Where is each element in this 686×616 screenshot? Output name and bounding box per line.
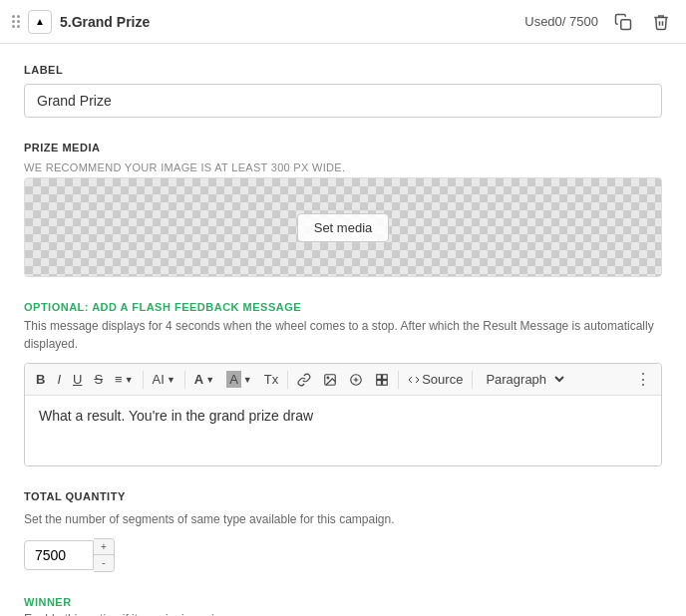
prize-media-title: PRIZE MEDIA [24, 142, 662, 154]
copy-button[interactable] [610, 9, 636, 35]
plugin2-button[interactable] [370, 370, 394, 390]
used-count: Used0/ 7500 [524, 14, 598, 29]
image-button[interactable] [318, 370, 342, 390]
plugin1-button[interactable] [344, 370, 368, 390]
delete-button[interactable] [648, 9, 674, 35]
toolbar-separator-3 [287, 371, 288, 389]
toolbar-separator-5 [472, 371, 473, 389]
strikethrough-button[interactable]: S [89, 369, 108, 390]
media-area: Set media [24, 177, 662, 277]
svg-point-2 [327, 377, 329, 379]
flash-section-title: OPTIONAL: ADD A FLASH FEEDBACK MESSAGE [24, 301, 662, 313]
clear-format-button[interactable]: Tx [259, 369, 283, 390]
svg-rect-8 [377, 380, 382, 385]
label-section: LABEL [24, 64, 662, 118]
prize-media-sublabel: WE RECOMMEND YOUR IMAGE IS AT LEAST 300 … [24, 161, 662, 173]
winner-section: WINNER Enable this option if its a winni… [24, 596, 662, 616]
set-media-button[interactable]: Set media [297, 213, 390, 242]
prize-media-section: PRIZE MEDIA WE RECOMMEND YOUR IMAGE IS A… [24, 142, 662, 277]
svg-rect-6 [377, 374, 382, 379]
top-bar-left: ▲ 5.Grand Prize [12, 10, 524, 34]
svg-rect-9 [383, 380, 388, 385]
total-quantity-section: TOTAL QUANTITY Set the number of segment… [24, 490, 662, 572]
quantity-controls: + - [94, 538, 115, 572]
quantity-increment[interactable]: + [94, 539, 114, 555]
font-color-button[interactable]: A ▼ [189, 369, 219, 390]
bold-button[interactable]: B [31, 369, 50, 390]
winner-title: WINNER [24, 596, 662, 608]
editor-body[interactable]: What a result. You're in the grand prize… [25, 396, 661, 465]
editor-toolbar: B I U S ≡ ▼ AI ▼ A ▼ A [25, 364, 661, 396]
total-quantity-description: Set the number of segments of same type … [24, 510, 662, 528]
link-button[interactable] [292, 370, 316, 390]
toolbar-more-button[interactable]: ⋮ [631, 368, 655, 391]
collapse-button[interactable]: ▲ [28, 10, 52, 34]
main-content: LABEL PRIZE MEDIA WE RECOMMEND YOUR IMAG… [0, 44, 686, 616]
quantity-wrapper: + - [24, 538, 662, 572]
top-bar: ▲ 5.Grand Prize Used0/ 7500 [0, 0, 686, 44]
source-button[interactable]: Source [403, 369, 468, 390]
toolbar-separator-1 [143, 371, 144, 389]
svg-rect-7 [383, 374, 388, 379]
editor-container: B I U S ≡ ▼ AI ▼ A ▼ A [24, 363, 662, 466]
top-bar-right: Used0/ 7500 [524, 9, 674, 35]
drag-handle[interactable] [12, 15, 20, 28]
prize-title: 5.Grand Prize [60, 14, 150, 30]
total-quantity-title: TOTAL QUANTITY [24, 490, 662, 502]
paragraph-select[interactable]: Paragraph [477, 368, 567, 391]
italic-button[interactable]: I [52, 369, 66, 390]
flash-description: This message displays for 4 seconds when… [24, 317, 662, 353]
align-button[interactable]: ≡ ▼ [110, 369, 139, 390]
toolbar-separator-4 [398, 371, 399, 389]
flash-section: OPTIONAL: ADD A FLASH FEEDBACK MESSAGE T… [24, 301, 662, 466]
label-section-title: LABEL [24, 64, 662, 76]
ai-button[interactable]: AI ▼ [148, 369, 180, 390]
quantity-decrement[interactable]: - [94, 555, 114, 571]
toolbar-separator-2 [184, 371, 185, 389]
svg-rect-0 [621, 19, 631, 29]
winner-description: Enable this option if its a winning priz… [24, 612, 662, 616]
underline-button[interactable]: U [68, 369, 87, 390]
label-input[interactable] [24, 84, 662, 118]
quantity-input[interactable] [24, 540, 94, 570]
bg-color-button[interactable]: A ▼ [221, 368, 257, 391]
